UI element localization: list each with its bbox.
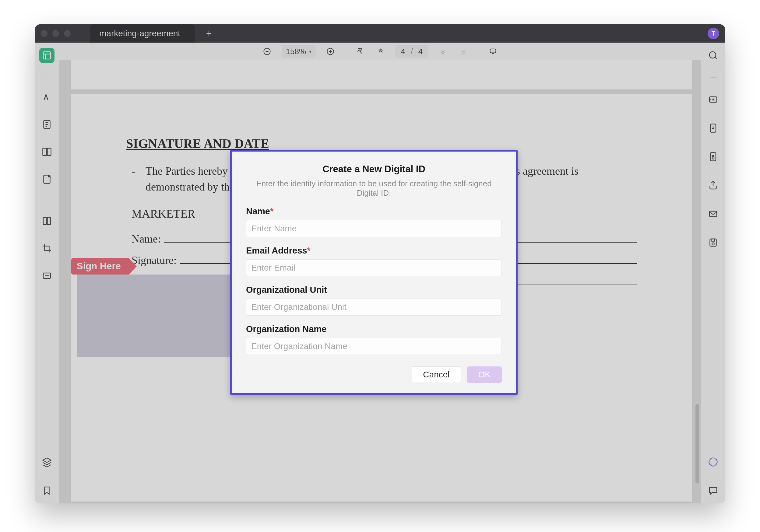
- traffic-close[interactable]: [41, 30, 48, 37]
- email-label: Email Address*: [246, 245, 502, 256]
- name-label: Name*: [246, 206, 502, 216]
- email-required: *: [307, 245, 310, 255]
- ok-button[interactable]: OK: [467, 367, 502, 383]
- dialog-buttons: Cancel OK: [246, 367, 502, 383]
- name-input[interactable]: [246, 220, 502, 237]
- dialog-title: Create a New Digital ID: [246, 164, 502, 175]
- ok-label: OK: [478, 370, 491, 379]
- traffic-zoom[interactable]: [64, 30, 71, 37]
- org-name-input[interactable]: [246, 338, 502, 355]
- name-required: *: [270, 206, 273, 216]
- email-input[interactable]: [246, 259, 502, 276]
- avatar-initial: T: [712, 30, 715, 37]
- org-unit-input[interactable]: [246, 298, 502, 316]
- traffic-minimize[interactable]: [52, 30, 59, 37]
- dialog-subtitle: Enter the identity information to be use…: [246, 179, 502, 198]
- cancel-button[interactable]: Cancel: [412, 367, 461, 383]
- email-label-text: Email Address: [246, 245, 307, 255]
- body-area: 158% ▾ 4 / 4: [35, 43, 725, 504]
- create-digital-id-dialog: Create a New Digital ID Enter the identi…: [230, 150, 518, 395]
- org-unit-label: Organizational Unit: [246, 285, 502, 295]
- avatar[interactable]: T: [708, 28, 719, 39]
- document-tab[interactable]: marketing-agreement: [90, 24, 195, 43]
- new-tab-button[interactable]: [202, 26, 216, 41]
- name-label-text: Name: [246, 206, 270, 216]
- tab-title: marketing-agreement: [99, 28, 180, 38]
- app-window: marketing-agreement T: [35, 24, 725, 504]
- org-name-label: Organization Name: [246, 324, 502, 334]
- cancel-label: Cancel: [423, 370, 450, 379]
- traffic-lights: [41, 30, 71, 37]
- titlebar: marketing-agreement T: [35, 24, 725, 43]
